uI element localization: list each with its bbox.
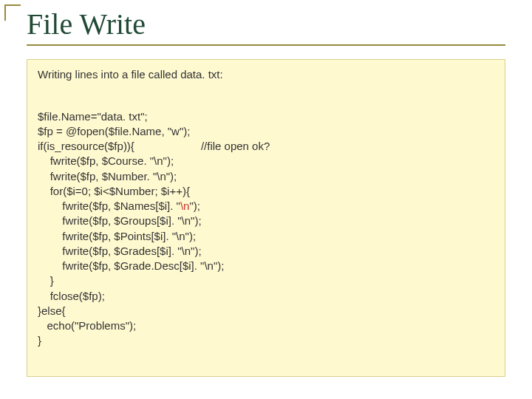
content-box: Writing lines into a file called data. t… [27, 59, 505, 377]
title-rule [27, 44, 505, 46]
code-line: echo("Problems"); [38, 319, 136, 332]
slide-title: File Write [27, 9, 505, 40]
corner-accent [4, 4, 21, 21]
code-line: for($i=0; $i<$Number; $i++){ [38, 185, 190, 197]
code-line: $file.Name="data. txt"; [38, 110, 148, 123]
intro-text: Writing lines into a file called data. t… [38, 67, 494, 82]
code-comment: //file open ok? [201, 139, 270, 154]
code-line: fclose($fp); [38, 290, 105, 302]
code-line: }else{ [38, 304, 66, 317]
code-line: fwrite($fp, $Groups[$i]. "\n"); [38, 214, 202, 227]
code-line: } [38, 274, 54, 287]
code-block: $file.Name="data. txt"; $fp = @fopen($fi… [38, 94, 494, 348]
code-line: fwrite($fp, $Grades[$i]. "\n"); [38, 245, 202, 257]
code-frag: fwrite($fp, $Names[$i]. " [38, 200, 180, 212]
code-line: fwrite($fp, $Course. "\n"); [38, 154, 174, 167]
code-line: fwrite($fp, $Names[$i]. "\n"); [38, 200, 200, 212]
code-frag: "); [189, 200, 200, 212]
code-line: if(is_resource($fp)){//file open ok? [38, 139, 494, 154]
code-line: $fp = @fopen($file.Name, "w"); [38, 125, 190, 137]
title-block: File Write [27, 9, 505, 46]
code-frag: if(is_resource($fp)){ [38, 139, 134, 154]
code-line: fwrite($fp, $Points[$i]. "\n"); [38, 230, 196, 242]
slide: File Write Writing lines into a file cal… [0, 0, 532, 399]
code-line: fwrite($fp, $Grade.Desc[$i]. "\n"); [38, 259, 224, 272]
code-line: fwrite($fp, $Number. "\n"); [38, 170, 177, 183]
code-frag-highlight: \n [180, 200, 190, 212]
code-line: } [38, 334, 41, 347]
